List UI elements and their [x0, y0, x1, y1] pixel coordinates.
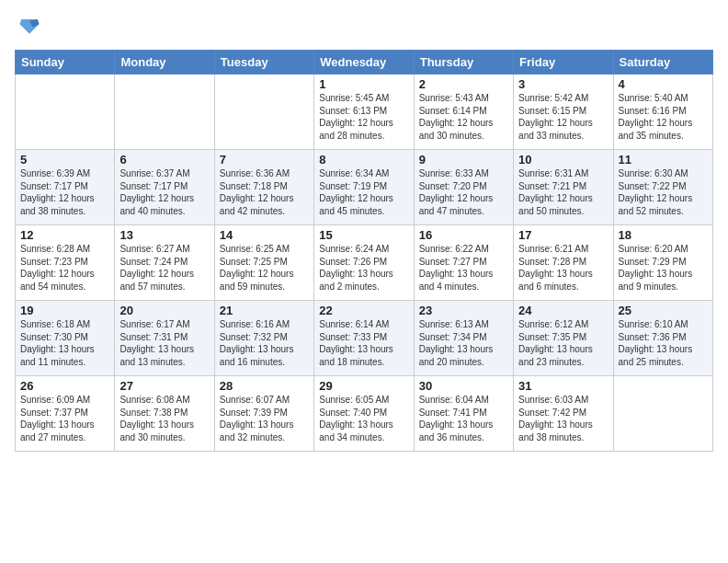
- day-info: Sunrise: 6:16 AM Sunset: 7:32 PM Dayligh…: [220, 318, 309, 368]
- day-number: 31: [518, 379, 608, 393]
- header: [15, 9, 713, 42]
- calendar-week-1: 1Sunrise: 5:45 AM Sunset: 6:13 PM Daylig…: [16, 75, 713, 150]
- calendar-cell: [613, 376, 712, 452]
- day-number: 19: [20, 304, 109, 317]
- day-number: 30: [419, 379, 508, 393]
- calendar-cell: 22Sunrise: 6:14 AM Sunset: 7:33 PM Dayli…: [314, 301, 414, 376]
- calendar-cell: 14Sunrise: 6:25 AM Sunset: 7:25 PM Dayli…: [214, 225, 313, 301]
- day-info: Sunrise: 5:45 AM Sunset: 6:13 PM Dayligh…: [319, 92, 408, 142]
- calendar-week-5: 26Sunrise: 6:09 AM Sunset: 7:37 PM Dayli…: [16, 376, 713, 452]
- day-info: Sunrise: 6:31 AM Sunset: 7:21 PM Dayligh…: [518, 167, 608, 217]
- day-info: Sunrise: 6:22 AM Sunset: 7:27 PM Dayligh…: [419, 243, 508, 293]
- day-info: Sunrise: 6:17 AM Sunset: 7:31 PM Dayligh…: [119, 318, 209, 368]
- calendar-header-friday: Friday: [514, 51, 613, 75]
- day-number: 20: [119, 304, 209, 317]
- calendar-header-sunday: Sunday: [16, 51, 115, 75]
- calendar-cell: 12Sunrise: 6:28 AM Sunset: 7:23 PM Dayli…: [16, 225, 115, 301]
- day-info: Sunrise: 5:40 AM Sunset: 6:16 PM Dayligh…: [619, 92, 708, 142]
- day-number: 27: [119, 379, 209, 393]
- calendar-cell: 29Sunrise: 6:05 AM Sunset: 7:40 PM Dayli…: [314, 376, 414, 452]
- calendar-cell: 3Sunrise: 5:42 AM Sunset: 6:15 PM Daylig…: [514, 75, 613, 150]
- day-info: Sunrise: 6:14 AM Sunset: 7:33 PM Dayligh…: [319, 318, 408, 368]
- day-number: 15: [319, 228, 408, 242]
- day-number: 21: [220, 304, 309, 317]
- calendar-week-4: 19Sunrise: 6:18 AM Sunset: 7:30 PM Dayli…: [16, 301, 713, 376]
- day-info: Sunrise: 6:07 AM Sunset: 7:39 PM Dayligh…: [220, 394, 309, 443]
- day-info: Sunrise: 6:27 AM Sunset: 7:24 PM Dayligh…: [119, 243, 209, 293]
- calendar-cell: 17Sunrise: 6:21 AM Sunset: 7:28 PM Dayli…: [514, 225, 613, 301]
- day-number: 7: [220, 153, 309, 167]
- calendar-header-wednesday: Wednesday: [314, 51, 414, 75]
- day-number: 6: [119, 153, 209, 167]
- day-number: 25: [619, 304, 708, 317]
- day-number: 3: [518, 77, 608, 91]
- day-number: 11: [619, 153, 708, 167]
- calendar-cell: 13Sunrise: 6:27 AM Sunset: 7:24 PM Dayli…: [115, 225, 214, 301]
- calendar-cell: [16, 75, 115, 150]
- calendar-cell: 5Sunrise: 6:39 AM Sunset: 7:17 PM Daylig…: [16, 150, 115, 225]
- calendar-cell: 19Sunrise: 6:18 AM Sunset: 7:30 PM Dayli…: [16, 301, 115, 376]
- day-info: Sunrise: 6:05 AM Sunset: 7:40 PM Dayligh…: [319, 394, 408, 443]
- calendar-cell: 21Sunrise: 6:16 AM Sunset: 7:32 PM Dayli…: [214, 301, 313, 376]
- day-number: 10: [518, 153, 608, 167]
- calendar-cell: 27Sunrise: 6:08 AM Sunset: 7:38 PM Dayli…: [115, 376, 214, 452]
- calendar-cell: 9Sunrise: 6:33 AM Sunset: 7:20 PM Daylig…: [414, 150, 513, 225]
- calendar-week-3: 12Sunrise: 6:28 AM Sunset: 7:23 PM Dayli…: [16, 225, 713, 301]
- day-number: 8: [319, 153, 408, 167]
- day-number: 5: [20, 153, 109, 167]
- logo-icon: [17, 13, 42, 39]
- logo: [15, 13, 42, 42]
- calendar-cell: 18Sunrise: 6:20 AM Sunset: 7:29 PM Dayli…: [613, 225, 712, 301]
- calendar-cell: 31Sunrise: 6:03 AM Sunset: 7:42 PM Dayli…: [514, 376, 613, 452]
- calendar-cell: 30Sunrise: 6:04 AM Sunset: 7:41 PM Dayli…: [414, 376, 513, 452]
- calendar-header-row: SundayMondayTuesdayWednesdayThursdayFrid…: [16, 51, 713, 75]
- day-number: 26: [20, 379, 109, 393]
- calendar-cell: 16Sunrise: 6:22 AM Sunset: 7:27 PM Dayli…: [414, 225, 513, 301]
- day-info: Sunrise: 5:43 AM Sunset: 6:14 PM Dayligh…: [419, 92, 508, 142]
- calendar-header-thursday: Thursday: [414, 51, 513, 75]
- calendar-cell: 25Sunrise: 6:10 AM Sunset: 7:36 PM Dayli…: [613, 301, 712, 376]
- day-number: 13: [119, 228, 209, 242]
- day-number: 12: [20, 228, 109, 242]
- day-info: Sunrise: 6:28 AM Sunset: 7:23 PM Dayligh…: [20, 243, 109, 293]
- day-info: Sunrise: 6:09 AM Sunset: 7:37 PM Dayligh…: [20, 394, 109, 443]
- calendar-cell: 1Sunrise: 5:45 AM Sunset: 6:13 PM Daylig…: [314, 75, 414, 150]
- day-info: Sunrise: 6:10 AM Sunset: 7:36 PM Dayligh…: [619, 318, 708, 368]
- calendar-header-monday: Monday: [115, 51, 214, 75]
- day-number: 4: [619, 77, 708, 91]
- day-info: Sunrise: 6:25 AM Sunset: 7:25 PM Dayligh…: [220, 243, 309, 293]
- calendar-header-tuesday: Tuesday: [214, 51, 313, 75]
- day-number: 2: [419, 77, 508, 91]
- calendar-cell: 10Sunrise: 6:31 AM Sunset: 7:21 PM Dayli…: [514, 150, 613, 225]
- day-number: 18: [619, 228, 708, 242]
- day-info: Sunrise: 6:37 AM Sunset: 7:17 PM Dayligh…: [119, 167, 209, 217]
- day-info: Sunrise: 6:18 AM Sunset: 7:30 PM Dayligh…: [20, 318, 109, 368]
- day-number: 29: [319, 379, 408, 393]
- calendar-cell: 2Sunrise: 5:43 AM Sunset: 6:14 PM Daylig…: [414, 75, 513, 150]
- calendar-cell: 8Sunrise: 6:34 AM Sunset: 7:19 PM Daylig…: [314, 150, 414, 225]
- day-number: 28: [220, 379, 309, 393]
- calendar-cell: [214, 75, 313, 150]
- day-number: 14: [220, 228, 309, 242]
- day-info: Sunrise: 6:04 AM Sunset: 7:41 PM Dayligh…: [419, 394, 508, 443]
- calendar-cell: 7Sunrise: 6:36 AM Sunset: 7:18 PM Daylig…: [214, 150, 313, 225]
- day-info: Sunrise: 6:12 AM Sunset: 7:35 PM Dayligh…: [518, 318, 608, 368]
- calendar-cell: 15Sunrise: 6:24 AM Sunset: 7:26 PM Dayli…: [314, 225, 414, 301]
- day-info: Sunrise: 5:42 AM Sunset: 6:15 PM Dayligh…: [518, 92, 608, 142]
- calendar-cell: 6Sunrise: 6:37 AM Sunset: 7:17 PM Daylig…: [115, 150, 214, 225]
- day-number: 1: [319, 77, 408, 91]
- day-info: Sunrise: 6:03 AM Sunset: 7:42 PM Dayligh…: [518, 394, 608, 443]
- calendar-header-saturday: Saturday: [613, 51, 712, 75]
- day-info: Sunrise: 6:34 AM Sunset: 7:19 PM Dayligh…: [319, 167, 408, 217]
- day-number: 23: [419, 304, 508, 317]
- calendar: SundayMondayTuesdayWednesdayThursdayFrid…: [15, 50, 713, 452]
- day-number: 24: [518, 304, 608, 317]
- day-info: Sunrise: 6:08 AM Sunset: 7:38 PM Dayligh…: [119, 394, 209, 443]
- calendar-cell: 24Sunrise: 6:12 AM Sunset: 7:35 PM Dayli…: [514, 301, 613, 376]
- day-number: 17: [518, 228, 608, 242]
- calendar-cell: 20Sunrise: 6:17 AM Sunset: 7:31 PM Dayli…: [115, 301, 214, 376]
- calendar-week-2: 5Sunrise: 6:39 AM Sunset: 7:17 PM Daylig…: [16, 150, 713, 225]
- day-info: Sunrise: 6:24 AM Sunset: 7:26 PM Dayligh…: [319, 243, 408, 293]
- day-number: 16: [419, 228, 508, 242]
- day-info: Sunrise: 6:39 AM Sunset: 7:17 PM Dayligh…: [20, 167, 109, 217]
